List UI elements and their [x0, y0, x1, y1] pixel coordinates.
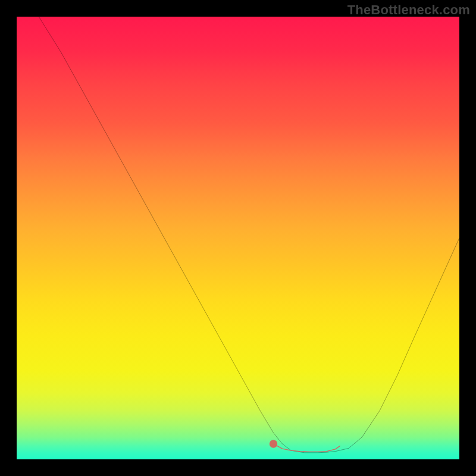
plot-area: [17, 17, 459, 459]
bottleneck-curve: [39, 17, 459, 453]
optimal-start-dot: [270, 440, 277, 447]
optimal-range-line: [274, 444, 340, 452]
chart-frame: TheBottleneck.com: [0, 0, 476, 476]
watermark-text: TheBottleneck.com: [347, 2, 470, 18]
curve-layer: [17, 17, 459, 459]
